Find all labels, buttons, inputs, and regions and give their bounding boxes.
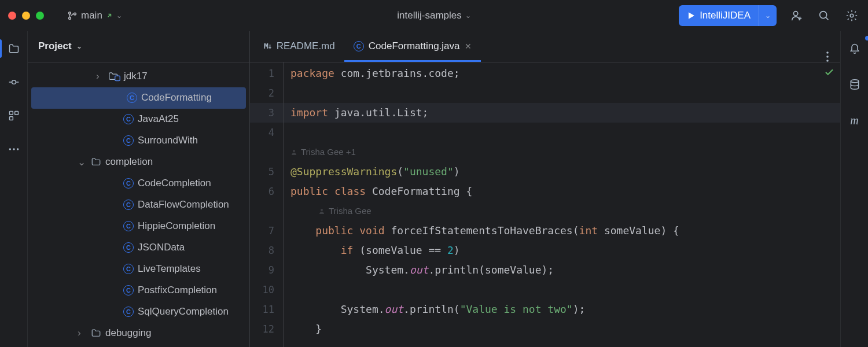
class-icon: C	[354, 41, 364, 51]
tree-item-jsondata[interactable]: CJSONData	[28, 237, 249, 259]
author-hint[interactable]: Trisha Gee +1	[290, 142, 840, 162]
tree-item-surroundwith[interactable]: CSurroundWith	[28, 130, 249, 152]
branch-icon	[67, 10, 78, 21]
markdown-icon: М↓	[264, 42, 272, 50]
editor-body[interactable]: 123456789101112 package com.jetbrains.co…	[250, 62, 840, 347]
editor-tabs: М↓README.mdCCodeFormatting.java✕	[250, 31, 840, 62]
code-line[interactable]	[290, 83, 840, 103]
tree-item-label: jdk17	[124, 71, 148, 82]
editor-tab[interactable]: CCodeFormatting.java✕	[344, 32, 481, 62]
line-number[interactable]: 6	[250, 182, 284, 201]
project-panel-header[interactable]: Project ⌄	[28, 31, 249, 62]
line-number[interactable]: 4	[250, 123, 284, 142]
class-icon: C	[123, 113, 134, 125]
editor-tab[interactable]: М↓README.md	[255, 32, 344, 62]
notifications-button[interactable]	[841, 37, 869, 60]
titlebar: main ⌄ intellij-samples ⌄ IntelliJIDEA ⌄	[0, 0, 868, 31]
commit-tool-button[interactable]	[0, 71, 28, 94]
line-number[interactable]: 7	[250, 221, 284, 241]
chevron-down-icon: ⌄	[116, 12, 122, 20]
code-with-me-button[interactable]	[788, 8, 804, 24]
line-number[interactable]	[250, 201, 284, 221]
tree-item-label: JSONData	[138, 242, 185, 253]
svg-point-4	[820, 12, 827, 19]
code-line[interactable]	[290, 123, 840, 142]
run-configuration-button[interactable]: IntelliJIDEA ⌄	[679, 5, 777, 26]
tree-item-livetemplates[interactable]: CLiveTemplates	[28, 259, 249, 280]
line-number[interactable]: 9	[250, 260, 284, 280]
tab-overflow-button[interactable]	[819, 51, 836, 62]
code-line[interactable]: @SuppressWarnings("unused")	[290, 162, 840, 182]
structure-tool-button[interactable]	[0, 104, 28, 127]
tree-item-debugging[interactable]: ›debugging	[28, 323, 249, 344]
line-number[interactable]: 3	[250, 103, 284, 123]
line-number[interactable]: 11	[250, 300, 284, 319]
line-number[interactable]: 2	[250, 83, 284, 103]
line-number[interactable]: 10	[250, 280, 284, 300]
tree-item-sqlquerycompletion[interactable]: CSqlQueryCompletion	[28, 301, 249, 323]
maven-icon: m	[850, 114, 858, 127]
code-line[interactable]: System.out.println(someValue);	[290, 260, 840, 280]
editor-code[interactable]: package com.jetbrains.code;import java.u…	[284, 62, 840, 347]
project-selector[interactable]: intellij-samples ⌄	[397, 10, 470, 21]
tree-item-completion[interactable]: ⌄completion	[28, 152, 249, 173]
database-tool-button[interactable]	[841, 73, 869, 96]
tree-item-label: DataFlowCompletion	[138, 199, 229, 211]
close-tab-icon[interactable]: ✕	[465, 42, 472, 51]
tree-item-postfixcompletion[interactable]: CPostfixCompletion	[28, 280, 249, 301]
tree-item-label: SurroundWith	[138, 135, 198, 146]
push-arrow-icon	[106, 12, 113, 19]
search-icon	[818, 9, 830, 22]
maximize-window-button[interactable]	[36, 12, 44, 20]
line-number[interactable]: 1	[250, 64, 284, 83]
close-window-button[interactable]	[8, 12, 16, 20]
line-number[interactable]: 8	[250, 241, 284, 260]
code-line[interactable]: if (someValue == 2)	[290, 241, 840, 260]
code-line[interactable]: import java.util.List;	[290, 103, 840, 123]
svg-point-12	[17, 148, 19, 150]
run-config-dropdown[interactable]: ⌄	[759, 5, 777, 26]
svg-rect-8	[14, 112, 18, 115]
class-icon: C	[123, 306, 134, 318]
tree-item-javaat25[interactable]: CJavaAt25	[28, 109, 249, 130]
folder-icon	[109, 71, 120, 82]
code-line[interactable]: public void forceIfStatementsToHaveBrace…	[290, 221, 840, 241]
more-tools-button[interactable]	[0, 138, 28, 161]
tree-item-dataflowcompletion[interactable]: CDataFlowCompletion	[28, 194, 249, 216]
person-add-icon	[790, 9, 803, 22]
tree-item-codecompletion[interactable]: CCodeCompletion	[28, 173, 249, 194]
editor-gutter[interactable]: 123456789101112	[250, 62, 284, 347]
minimize-window-button[interactable]	[22, 12, 30, 20]
project-tree: ›jdk17CCodeFormattingCJavaAt25CSurroundW…	[28, 62, 249, 347]
commit-icon	[8, 76, 20, 88]
code-line[interactable]: package com.jetbrains.code;	[290, 64, 840, 83]
line-number[interactable]	[250, 142, 284, 162]
class-icon: C	[123, 199, 134, 211]
code-line[interactable]	[290, 280, 840, 300]
tree-item-jdk17[interactable]: ›jdk17	[28, 66, 249, 87]
line-number[interactable]: 12	[250, 319, 284, 339]
svg-point-19	[851, 80, 858, 83]
tree-item-codeformatting[interactable]: CCodeFormatting	[31, 87, 246, 109]
project-tool-button[interactable]	[0, 37, 28, 60]
vcs-branch-button[interactable]: main ⌄	[67, 10, 122, 21]
code-line[interactable]: System.out.println("Value is not two");	[290, 300, 840, 319]
maven-tool-button[interactable]: m	[841, 109, 869, 132]
gear-icon	[845, 9, 858, 22]
class-icon: C	[123, 135, 134, 146]
search-button[interactable]	[816, 8, 832, 24]
line-number[interactable]: 5	[250, 162, 284, 182]
svg-rect-9	[9, 117, 13, 120]
svg-point-17	[293, 150, 295, 152]
code-line[interactable]: public class CodeFormatting {	[290, 182, 840, 201]
code-line[interactable]: }	[290, 319, 840, 339]
run-config-label: IntelliJIDEA	[700, 10, 751, 21]
more-horizontal-icon	[8, 147, 20, 151]
tree-item-hippiecompletion[interactable]: CHippieCompletion	[28, 216, 249, 237]
chevron-down-icon: ⌄	[76, 42, 82, 50]
author-hint[interactable]: Trisha Gee	[290, 201, 840, 221]
class-icon: C	[123, 285, 134, 296]
settings-button[interactable]	[844, 8, 860, 24]
expand-icon: ⌄	[78, 156, 87, 168]
tree-item-label: debugging	[105, 327, 151, 339]
